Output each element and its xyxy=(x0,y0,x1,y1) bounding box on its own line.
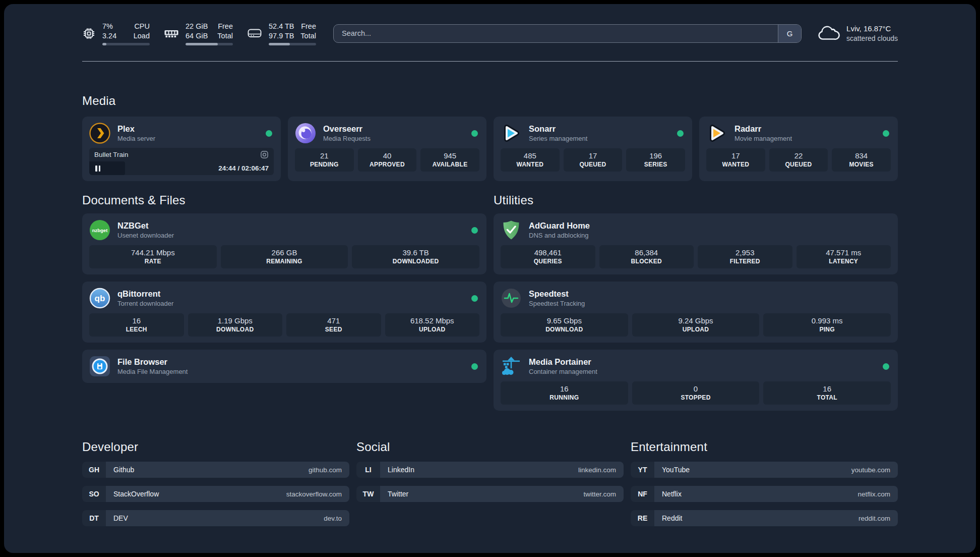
memory-total-label: Total xyxy=(217,31,233,41)
cloud-icon xyxy=(817,24,840,43)
stat-tile: 9.24 Gbps UPLOAD xyxy=(632,313,760,337)
portainer-card[interactable]: Media Portainer Container management 16 … xyxy=(494,350,898,411)
bookmark-abbr: RE xyxy=(631,510,654,526)
app-desc: Speedtest Tracking xyxy=(529,299,585,308)
weather-widget: Lviv, 16.87°C scattered clouds xyxy=(817,24,898,43)
sonarr-card[interactable]: Sonarr Series management 485 WANTED 17 Q… xyxy=(494,117,692,181)
media-grid: Plex Media server Bullet Train xyxy=(82,117,898,181)
bookmark-name: StackOverflow xyxy=(113,490,159,498)
app-name: qBittorrent xyxy=(117,289,173,299)
stat-tile: 9.65 Gbps DOWNLOAD xyxy=(501,313,628,337)
app-desc: Torrent downloader xyxy=(117,299,173,308)
nzbget-logo-icon: nzbget xyxy=(89,219,110,241)
bookmark-abbr: DT xyxy=(82,510,106,526)
app-name: Media Portainer xyxy=(529,357,597,367)
adguard-card[interactable]: AdGuard Home DNS and adblocking 498,461 … xyxy=(494,213,898,274)
disk-total-value: 97.9 TB xyxy=(269,31,294,41)
bookmark-url: twitter.com xyxy=(583,490,616,498)
memory-free-label: Free xyxy=(217,22,233,31)
bookmark-youtube[interactable]: YT YouTube youtube.com xyxy=(631,462,898,478)
utilities-column: Utilities xyxy=(494,181,898,411)
app-name: AdGuard Home xyxy=(529,220,590,231)
bookmark-twitter[interactable]: TW Twitter twitter.com xyxy=(356,486,624,502)
status-online-dot xyxy=(471,130,478,137)
bookmark-name: LinkedIn xyxy=(388,466,414,474)
now-playing-title: Bullet Train xyxy=(94,151,129,158)
bookmark-abbr: SO xyxy=(82,486,106,502)
stat-tile: 17 QUEUED xyxy=(564,148,623,172)
status-online-dot xyxy=(883,130,889,137)
portainer-logo-icon xyxy=(501,356,522,377)
speedtest-card[interactable]: Speedtest Speedtest Tracking 9.65 Gbps D… xyxy=(494,282,898,343)
cpu-icon xyxy=(82,27,96,40)
cpu-progress-bar xyxy=(102,43,150,45)
pause-button[interactable] xyxy=(94,164,101,173)
bookmark-reddit[interactable]: RE Reddit reddit.com xyxy=(631,510,898,526)
stat-tile: 16 TOTAL xyxy=(763,381,891,405)
documents-column: Documents & Files nzbget NZBGet Usenet d xyxy=(82,181,486,411)
dashboard: 7% 3.24 CPU Load xyxy=(4,4,976,553)
disk-icon xyxy=(247,27,262,39)
bookmark-name: Reddit xyxy=(662,514,682,522)
filebrowser-logo-icon xyxy=(89,356,110,377)
stat-tile: 47.571 ms LATENCY xyxy=(797,245,891,268)
filebrowser-card[interactable]: File Browser Media File Management xyxy=(82,350,486,383)
bookmark-linkedin[interactable]: LI LinkedIn linkedin.com xyxy=(356,462,624,478)
stat-tile: 17 WANTED xyxy=(706,148,765,172)
qbittorrent-card[interactable]: qb qBittorrent Torrent downloader 16 LEE… xyxy=(82,282,486,343)
section-title-utilities: Utilities xyxy=(494,193,898,207)
search-engine-button[interactable]: G xyxy=(778,25,801,42)
bookmark-url: youtube.com xyxy=(851,466,890,474)
bookmark-abbr: TW xyxy=(356,486,380,502)
radarr-card[interactable]: Radarr Movie management 17 WANTED 22 QUE… xyxy=(699,117,898,181)
bookmark-netflix[interactable]: NF Netflix netflix.com xyxy=(631,486,898,502)
app-name: Speedtest xyxy=(529,289,585,299)
bookmark-name: Github xyxy=(113,466,134,474)
plex-card[interactable]: Plex Media server Bullet Train xyxy=(82,117,281,181)
session-device-icon[interactable] xyxy=(260,150,269,159)
disk-free-label: Free xyxy=(300,22,316,31)
bookmark-url: dev.to xyxy=(324,515,342,522)
section-title-developer: Developer xyxy=(82,440,349,454)
app-desc: Container management xyxy=(529,367,597,376)
search-input[interactable] xyxy=(334,25,778,42)
bookmark-stackoverflow[interactable]: SO StackOverflow stackoverflow.com xyxy=(82,486,349,502)
cpu-load-label: Load xyxy=(134,31,150,41)
nzbget-card[interactable]: nzbget NZBGet Usenet downloader 744.21 M… xyxy=(82,213,486,274)
bookmark-name: DEV xyxy=(113,514,128,522)
cpu-label: CPU xyxy=(134,22,150,31)
app-name: Sonarr xyxy=(529,124,587,134)
bookmark-url: stackoverflow.com xyxy=(286,490,342,498)
stat-tile: 834 MOVIES xyxy=(832,148,891,172)
stat-tile: 39.6 TB DOWNLOADED xyxy=(352,245,479,268)
memory-progress-bar xyxy=(186,43,233,45)
playback-time: 24:44 / 02:06:47 xyxy=(218,164,269,172)
bookmark-url: github.com xyxy=(309,466,342,474)
stat-tile: 196 SERIES xyxy=(626,148,685,172)
app-name: File Browser xyxy=(117,357,188,367)
status-online-dot xyxy=(883,363,889,370)
stat-tile: 1.19 Gbps DOWNLOAD xyxy=(188,313,283,337)
bookmark-github[interactable]: GH Github github.com xyxy=(82,462,349,478)
memory-widget: 22 GiB 64 GiB Free Total xyxy=(164,22,233,45)
app-desc: Usenet downloader xyxy=(117,231,174,240)
overseerr-card[interactable]: Overseerr Media Requests 21 PENDING 40 A… xyxy=(288,117,486,181)
plex-logo-icon xyxy=(89,123,110,144)
system-widgets: 7% 3.24 CPU Load xyxy=(82,22,316,45)
stat-tile: 0 STOPPED xyxy=(632,381,760,405)
bookmark-dev[interactable]: DT DEV dev.to xyxy=(82,510,349,526)
weather-location-temp: Lviv, 16.87°C xyxy=(846,24,898,34)
app-name: NZBGet xyxy=(117,220,174,231)
section-title-media: Media xyxy=(82,94,898,108)
qbittorrent-logo-icon: qb xyxy=(89,288,110,309)
stat-tile: 2,953 FILTERED xyxy=(698,245,792,268)
speedtest-logo-icon xyxy=(501,288,522,309)
cpu-load-value: 3.24 xyxy=(102,31,116,41)
cpu-usage-value: 7% xyxy=(102,22,116,31)
stat-tile: 485 WANTED xyxy=(501,148,560,172)
status-online-dot xyxy=(471,363,478,370)
status-online-dot xyxy=(471,295,478,302)
app-desc: Movie management xyxy=(734,134,792,143)
stat-tile: 40 APPROVED xyxy=(358,148,417,172)
stat-tile: 16 LEECH xyxy=(89,313,184,337)
